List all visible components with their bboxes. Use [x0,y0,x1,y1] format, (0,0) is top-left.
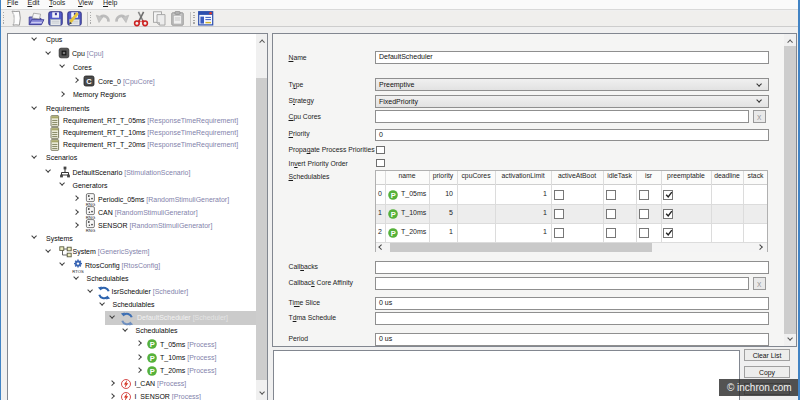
svg-text:P: P [149,340,154,349]
svg-text:RTOS: RTOS [72,268,84,272]
svg-text:P: P [149,366,154,375]
svg-text:P: P [149,353,154,362]
svg-text:P: P [391,191,396,200]
svg-text:P: P [391,210,396,219]
svg-text:C: C [86,77,92,86]
svg-text:P: P [391,229,396,238]
svg-text:RNG: RNG [86,228,95,233]
